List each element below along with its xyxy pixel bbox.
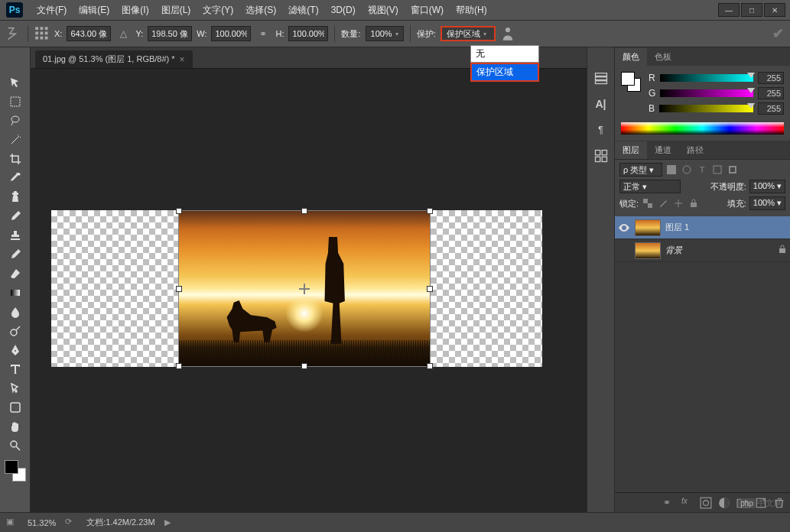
status-expand-icon[interactable]: ▣ (6, 517, 18, 529)
b-input[interactable] (758, 102, 784, 115)
opacity-input[interactable]: 100% ▾ (749, 180, 785, 193)
status-sync-icon[interactable]: ⟳ (65, 517, 77, 529)
type-tool-icon[interactable] (6, 360, 24, 378)
blend-mode-dropdown[interactable]: 正常 ▾ (619, 180, 681, 193)
heal-tool-icon[interactable] (6, 188, 24, 206)
g-slider[interactable] (660, 89, 753, 97)
marquee-tool-icon[interactable] (6, 92, 24, 110)
spectrum-bar[interactable] (621, 122, 784, 135)
path-tool-icon[interactable] (6, 379, 24, 397)
pen-tool-icon[interactable] (6, 341, 24, 358)
visibility-icon[interactable] (618, 222, 630, 234)
adjustment-icon[interactable] (718, 497, 730, 509)
menu-type[interactable]: 文字(Y) (197, 1, 239, 20)
fill-input[interactable]: 100% ▾ (749, 196, 785, 210)
fx-icon[interactable]: fx (681, 497, 694, 509)
layer-name-bg[interactable]: 背景 (665, 245, 682, 256)
status-arrow-icon[interactable]: ▶ (164, 517, 171, 527)
filter-pixel-icon[interactable] (665, 164, 678, 176)
menu-window[interactable]: 窗口(W) (405, 1, 450, 20)
lock-all-icon[interactable] (688, 197, 700, 209)
color-swatches[interactable] (5, 460, 26, 482)
document-tab[interactable]: 01.jpg @ 51.3% (图层 1, RGB/8#) * × (35, 50, 193, 68)
link-icon[interactable]: ⚭ (255, 26, 271, 41)
filter-adjust-icon[interactable] (681, 164, 693, 176)
crop-tool-icon[interactable] (6, 150, 24, 167)
mask-icon[interactable] (700, 497, 712, 509)
tab-layers[interactable]: 图层 (615, 141, 647, 159)
history-brush-tool-icon[interactable] (6, 245, 24, 263)
properties-panel-icon[interactable] (593, 148, 609, 164)
r-slider[interactable] (660, 74, 753, 82)
minimize-button[interactable]: — (718, 3, 740, 17)
dodge-tool-icon[interactable] (6, 322, 24, 339)
qty-dropdown[interactable]: 100%▾ (366, 26, 404, 41)
foreground-swatch[interactable] (5, 460, 18, 474)
gradient-tool-icon[interactable] (6, 284, 24, 301)
transform-tool-icon[interactable] (6, 26, 21, 41)
tab-paths[interactable]: 路径 (679, 141, 711, 159)
cancel-icon[interactable] (753, 27, 766, 41)
move-tool-icon[interactable] (6, 73, 24, 91)
menu-image[interactable]: 图像(I) (115, 1, 154, 20)
history-panel-icon[interactable] (593, 70, 609, 86)
commit-icon[interactable]: ✔ (772, 25, 784, 42)
tab-swatch[interactable]: 色板 (647, 48, 679, 66)
delta-icon[interactable]: △ (115, 26, 131, 41)
lasso-tool-icon[interactable] (6, 112, 24, 129)
hand-tool-icon[interactable] (6, 417, 24, 435)
layer-thumbnail[interactable] (635, 219, 661, 236)
y-input[interactable] (148, 26, 192, 41)
x-input[interactable] (67, 26, 111, 41)
character-panel-icon[interactable]: A| (593, 96, 609, 112)
color-panel-swatches[interactable] (621, 72, 641, 92)
layer-row-1[interactable]: 图层 1 (615, 216, 790, 239)
lock-pixels-icon[interactable] (657, 197, 669, 209)
menu-filter[interactable]: 滤镜(T) (282, 1, 324, 20)
menu-help[interactable]: 帮助(H) (450, 1, 493, 20)
filter-shape-icon[interactable] (711, 164, 723, 176)
tab-channels[interactable]: 通道 (647, 141, 679, 159)
shape-tool-icon[interactable] (6, 398, 24, 416)
brush-tool-icon[interactable] (6, 207, 24, 225)
menu-edit[interactable]: 编辑(E) (73, 1, 115, 20)
menu-select[interactable]: 选择(S) (239, 1, 282, 20)
lock-transparency-icon[interactable] (642, 197, 654, 209)
filter-type-icon[interactable]: T (696, 164, 708, 176)
person-icon[interactable] (500, 26, 515, 41)
protect-dropdown[interactable]: 保护区域▾ (441, 26, 496, 41)
layer-name[interactable]: 图层 1 (665, 222, 689, 233)
menu-3d[interactable]: 3D(D) (325, 2, 362, 18)
layer-thumbnail-bg[interactable] (635, 242, 661, 259)
protect-option-protect[interactable]: 保护区域 (470, 63, 539, 82)
r-input[interactable] (758, 72, 784, 84)
g-input[interactable] (758, 87, 784, 99)
eyedropper-tool-icon[interactable] (6, 169, 24, 187)
zoom-level[interactable]: 51.32% (28, 518, 56, 527)
menu-view[interactable]: 视图(V) (362, 1, 405, 20)
lock-position-icon[interactable] (672, 197, 684, 209)
stamp-tool-icon[interactable] (6, 226, 24, 244)
layer-filter-dropdown[interactable]: ρ 类型 ▾ (619, 163, 662, 177)
h-input[interactable] (288, 26, 328, 41)
visibility-icon-off[interactable] (618, 245, 630, 257)
menu-file[interactable]: 文件(F) (31, 1, 73, 20)
blur-tool-icon[interactable] (6, 303, 24, 320)
eraser-tool-icon[interactable] (6, 264, 24, 282)
w-input[interactable] (211, 26, 251, 41)
paragraph-panel-icon[interactable]: ¶ (593, 122, 609, 138)
layer-row-bg[interactable]: 背景 (615, 239, 790, 262)
reference-point-icon[interactable] (34, 26, 50, 41)
canvas[interactable] (51, 210, 542, 367)
maximize-button[interactable]: □ (741, 3, 762, 17)
close-button[interactable]: ✕ (764, 3, 785, 17)
zoom-tool-icon[interactable] (6, 436, 24, 454)
menu-layer[interactable]: 图层(L) (155, 1, 197, 20)
tab-close-icon[interactable]: × (180, 54, 185, 65)
b-slider[interactable] (659, 105, 753, 112)
filter-smart-icon[interactable] (727, 164, 739, 176)
tab-color[interactable]: 颜色 (615, 48, 647, 66)
link-layers-icon[interactable]: ⚭ (663, 497, 675, 509)
wand-tool-icon[interactable] (6, 131, 24, 148)
protect-option-none[interactable]: 无 (470, 45, 539, 63)
